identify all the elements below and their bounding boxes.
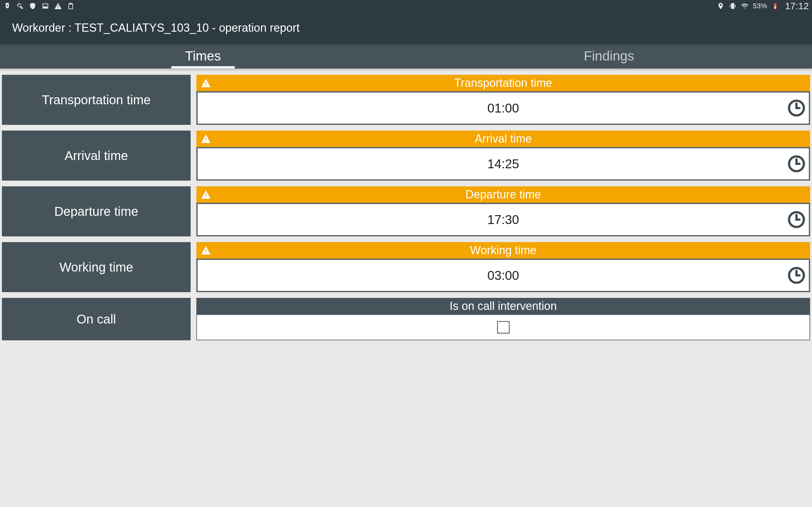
- battery-icon: [771, 2, 779, 10]
- status-bar: 53% 17:12: [0, 0, 812, 12]
- status-left: [3, 2, 75, 10]
- header-arrival: Arrival time: [196, 130, 810, 147]
- row-departure: Departure time Departure time 17:30: [2, 186, 810, 236]
- header-oncall-text: Is on call intervention: [450, 299, 557, 313]
- status-clock: 17:12: [785, 1, 809, 11]
- value-cell-working: Working time 03:00: [196, 242, 810, 292]
- header-arrival-text: Arrival time: [474, 132, 531, 146]
- shield-icon: [29, 2, 37, 10]
- value-departure[interactable]: 17:30: [196, 203, 810, 236]
- download-device-icon: [3, 2, 11, 10]
- label-arrival: Arrival time: [2, 130, 191, 181]
- label-transportation: Transportation time: [2, 75, 191, 125]
- header-transportation: Transportation time: [196, 75, 810, 91]
- tab-bar: Times Findings: [0, 44, 812, 68]
- clock-picker-working[interactable]: [787, 266, 806, 285]
- tab-findings[interactable]: Findings: [406, 44, 812, 68]
- value-cell-departure: Departure time 17:30: [196, 186, 810, 236]
- warning-icon: [201, 189, 211, 200]
- row-arrival: Arrival time Arrival time 14:25: [2, 130, 810, 181]
- warning-icon: [201, 78, 211, 88]
- status-right: 53% 17:12: [716, 1, 809, 11]
- app-bar: Workorder : TEST_CALIATYS_103_10 - opera…: [0, 12, 812, 44]
- location-icon: [716, 2, 725, 10]
- value-transportation-text: 01:00: [487, 101, 519, 115]
- tab-times[interactable]: Times: [0, 44, 406, 68]
- header-departure-text: Departure time: [465, 188, 541, 201]
- image-icon: [41, 2, 49, 10]
- warning-icon: [201, 134, 211, 144]
- warning-icon: [54, 2, 62, 10]
- value-cell-arrival: Arrival time 14:25: [196, 130, 810, 181]
- header-working-text: Working time: [470, 244, 537, 257]
- clock-picker-transportation[interactable]: [787, 99, 806, 117]
- tab-findings-label: Findings: [584, 49, 635, 64]
- value-working-text: 03:00: [487, 268, 519, 283]
- oncall-checkbox[interactable]: [497, 321, 510, 334]
- value-working[interactable]: 03:00: [196, 259, 810, 292]
- row-oncall: On call Is on call intervention: [2, 298, 810, 340]
- wrench-icon: [16, 2, 24, 10]
- label-oncall: On call: [2, 298, 191, 340]
- header-departure: Departure time: [196, 186, 810, 203]
- header-working: Working time: [196, 242, 810, 259]
- warning-icon: [201, 245, 211, 256]
- header-transportation-text: Transportation time: [454, 76, 552, 90]
- wifi-icon: [741, 2, 749, 10]
- content: Transportation time Transportation time …: [0, 68, 812, 340]
- value-arrival[interactable]: 14:25: [196, 147, 810, 181]
- value-oncall: [196, 314, 810, 340]
- label-departure: Departure time: [2, 186, 191, 236]
- value-departure-text: 17:30: [487, 213, 519, 227]
- page-title: Workorder : TEST_CALIATYS_103_10 - opera…: [12, 21, 299, 35]
- battery-percent: 53%: [753, 2, 767, 10]
- value-cell-oncall: Is on call intervention: [196, 298, 810, 340]
- value-cell-transportation: Transportation time 01:00: [196, 75, 810, 125]
- row-transportation: Transportation time Transportation time …: [2, 75, 810, 125]
- value-arrival-text: 14:25: [487, 157, 519, 171]
- clock-picker-arrival[interactable]: [787, 155, 806, 173]
- vibrate-icon: [728, 2, 737, 10]
- value-transportation[interactable]: 01:00: [196, 91, 810, 125]
- header-oncall: Is on call intervention: [196, 298, 810, 314]
- label-working: Working time: [2, 242, 191, 292]
- clock-picker-departure[interactable]: [787, 210, 806, 229]
- row-working: Working time Working time 03:00: [2, 242, 810, 292]
- clipboard-icon: [67, 2, 75, 10]
- tab-times-label: Times: [185, 49, 221, 64]
